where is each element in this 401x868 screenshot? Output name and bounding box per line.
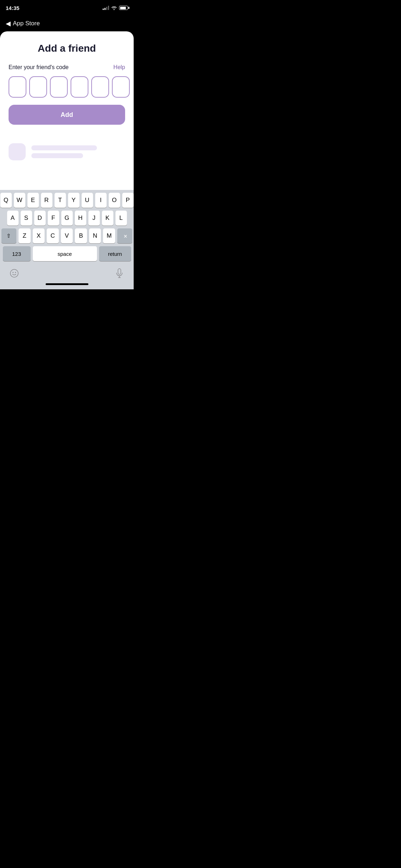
keyboard: Q W E R T Y U I O P A S D F G H J K L ⇧ …: [0, 190, 134, 289]
keyboard-row-1: Q W E R T Y U I O P: [1, 193, 132, 208]
key-l[interactable]: L: [115, 211, 127, 226]
key-f[interactable]: F: [48, 211, 59, 226]
skeleton-avatar: [9, 143, 26, 160]
skeleton-row: [9, 140, 125, 163]
wifi-icon: [111, 6, 117, 10]
keyboard-row-4: 123 space return: [1, 246, 132, 261]
svg-point-1: [12, 272, 14, 273]
key-d[interactable]: D: [34, 211, 46, 226]
key-x[interactable]: X: [33, 228, 45, 243]
main-content: Add a friend Enter your friend's code He…: [0, 31, 134, 217]
code-input-2[interactable]: [29, 76, 47, 98]
svg-point-2: [15, 272, 16, 273]
key-m[interactable]: M: [103, 228, 115, 243]
nav-bar: ◀ App Store: [0, 16, 134, 31]
key-numeric[interactable]: 123: [3, 246, 31, 261]
key-g[interactable]: G: [61, 211, 73, 226]
code-section: Enter your friend's code Help Add: [9, 64, 125, 133]
code-header: Enter your friend's code Help: [9, 64, 125, 71]
page-title: Add a friend: [9, 43, 125, 54]
key-return[interactable]: return: [99, 246, 131, 261]
code-input-5[interactable]: [91, 76, 109, 98]
key-h[interactable]: H: [75, 211, 86, 226]
skeleton-line-1: [31, 145, 97, 150]
key-r[interactable]: R: [41, 193, 52, 208]
back-label: App Store: [13, 20, 40, 27]
status-bar: 14:35: [0, 0, 134, 16]
add-button[interactable]: Add: [9, 105, 125, 125]
key-p[interactable]: P: [122, 193, 134, 208]
key-w[interactable]: W: [14, 193, 25, 208]
key-c[interactable]: C: [47, 228, 59, 243]
keyboard-bottom-row: [1, 264, 132, 282]
key-u[interactable]: U: [82, 193, 93, 208]
back-button[interactable]: ◀ App Store: [6, 20, 40, 27]
status-time: 14:35: [6, 5, 19, 11]
status-icons: [103, 6, 128, 10]
code-input-6[interactable]: [112, 76, 130, 98]
key-s[interactable]: S: [21, 211, 32, 226]
key-e[interactable]: E: [27, 193, 39, 208]
battery-icon: [119, 6, 128, 10]
keyboard-row-3: ⇧ Z X C V B N M: [1, 228, 132, 243]
key-o[interactable]: O: [109, 193, 120, 208]
key-q[interactable]: Q: [0, 193, 12, 208]
key-b[interactable]: B: [75, 228, 87, 243]
code-input-3[interactable]: [50, 76, 68, 98]
home-indicator: [1, 282, 132, 288]
mic-key[interactable]: [112, 266, 127, 280]
svg-point-0: [10, 269, 18, 277]
key-t[interactable]: T: [55, 193, 66, 208]
skeleton-line-2: [31, 153, 83, 158]
key-y[interactable]: Y: [68, 193, 79, 208]
key-delete[interactable]: [117, 228, 132, 243]
code-input-1[interactable]: [9, 76, 26, 98]
skeleton-lines: [31, 145, 125, 158]
key-n[interactable]: N: [89, 228, 101, 243]
key-a[interactable]: A: [7, 211, 19, 226]
key-k[interactable]: K: [102, 211, 113, 226]
key-i[interactable]: I: [95, 193, 107, 208]
code-label: Enter your friend's code: [9, 64, 68, 71]
back-chevron-icon: ◀: [6, 20, 11, 27]
key-j[interactable]: J: [88, 211, 100, 226]
key-space[interactable]: space: [33, 246, 97, 261]
code-input-4[interactable]: [71, 76, 88, 98]
signal-icon: [103, 6, 109, 10]
home-bar: [46, 283, 88, 285]
help-link[interactable]: Help: [113, 64, 125, 71]
key-z[interactable]: Z: [19, 228, 31, 243]
key-shift[interactable]: ⇧: [1, 228, 16, 243]
key-v[interactable]: V: [61, 228, 73, 243]
emoji-key[interactable]: [7, 266, 21, 280]
svg-rect-3: [118, 269, 121, 274]
code-inputs: [9, 76, 125, 98]
keyboard-row-2: A S D F G H J K L: [1, 211, 132, 226]
